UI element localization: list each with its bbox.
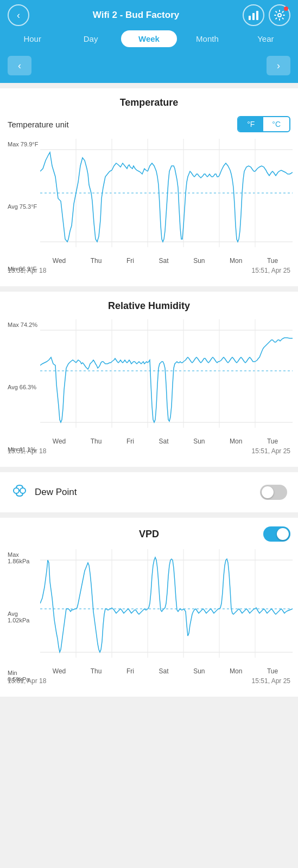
vpd-day-5: Mon — [230, 667, 242, 675]
hum-svg-wrap — [40, 319, 290, 435]
vpd-day-2: Fri — [126, 667, 134, 675]
temp-max-label: Max 79.9°F — [8, 141, 40, 147]
tab-bar: Hour Day Week Month Year — [0, 30, 298, 53]
nav-row: ‹ › — [0, 53, 298, 83]
temperature-title: Temperature — [8, 97, 290, 108]
vpd-date-end: 15:51, Apr 25 — [252, 677, 290, 685]
temp-y-labels: Max 79.9°F Avg 75.3°F Min 66.9°F — [8, 139, 40, 274]
temperature-card: Temperature Temperature unit °F °C Max 7… — [0, 88, 298, 286]
back-button[interactable]: ‹ — [8, 4, 29, 26]
temp-date-end: 15:51, Apr 25 — [252, 267, 290, 274]
svg-point-22 — [14, 488, 19, 493]
header-icon-group — [243, 4, 290, 26]
hum-day-5: Mon — [230, 438, 242, 445]
temp-day-6: Tue — [267, 257, 278, 265]
humidity-card: Relative Humidity Max 74.2% Avg 66.3% Mi… — [0, 292, 298, 467]
hum-day-2: Fri — [126, 438, 134, 445]
dew-point-toggle-knob — [262, 486, 274, 498]
vpd-day-6: Tue — [267, 667, 278, 675]
svg-rect-0 — [249, 16, 251, 20]
temp-day-3: Sat — [159, 257, 169, 265]
temp-day-labels: Wed Thu Fri Sat Sun Mon Tue — [40, 257, 290, 265]
temperature-chart: Max 79.9°F Avg 75.3°F Min 66.9°F — [8, 139, 290, 274]
unit-row: Temperature unit °F °C — [8, 116, 290, 132]
hum-day-6: Tue — [267, 438, 278, 445]
vpd-day-labels: Wed Thu Fri Sat Sun Mon Tue — [40, 667, 290, 675]
vpd-day-3: Sat — [159, 667, 169, 675]
header-title: Wifi 2 - Bud Factory — [93, 10, 179, 21]
vpd-card: VPD Max 1.86kPa Avg 1.02kPa Min 0.59kPa — [0, 518, 298, 697]
vpd-y-labels: Max 1.86kPa Avg 1.02kPa Min 0.59kPa — [8, 549, 40, 685]
notification-badge — [284, 7, 288, 11]
vpd-date-row: 15:51, Apr 18 15:51, Apr 25 — [8, 677, 290, 685]
hum-day-0: Wed — [53, 438, 66, 445]
temp-avg-label: Avg 75.3°F — [8, 203, 40, 210]
vpd-toggle[interactable] — [263, 526, 290, 542]
temp-min-label: Min 66.9°F — [8, 266, 40, 272]
hum-min-label: Min 41.1% — [8, 446, 40, 453]
unit-c-button[interactable]: °C — [263, 117, 289, 131]
svg-rect-1 — [252, 13, 255, 20]
tab-day[interactable]: Day — [62, 30, 118, 47]
vpd-toggle-knob — [277, 528, 289, 540]
hum-max-label: Max 74.2% — [8, 322, 40, 328]
temp-day-0: Wed — [53, 257, 66, 265]
temp-date-row: 15:51, Apr 18 15:51, Apr 25 — [8, 267, 290, 274]
hum-date-row: 15:51, Apr 18 15:51, Apr 25 — [8, 447, 290, 455]
humidity-chart: Max 74.2% Avg 66.3% Min 41.1% — [8, 319, 290, 455]
tab-hour[interactable]: Hour — [4, 30, 60, 47]
tab-year[interactable]: Year — [238, 30, 294, 47]
hum-date-end: 15:51, Apr 25 — [252, 447, 290, 455]
tab-week[interactable]: Week — [121, 30, 177, 47]
header: ‹ Wifi 2 - Bud Factory — [0, 0, 298, 30]
vpd-title: VPD — [78, 529, 220, 540]
vpd-min-label: Min 0.59kPa — [8, 670, 40, 683]
svg-rect-2 — [256, 11, 258, 20]
temp-svg-wrap — [40, 139, 290, 255]
vpd-svg-wrap — [40, 549, 290, 665]
vpd-day-1: Thu — [91, 667, 102, 675]
vpd-avg-label: Avg 1.02kPa — [8, 610, 40, 623]
humidity-title: Relative Humidity — [8, 300, 290, 312]
dew-point-label: Dew Point — [35, 487, 77, 498]
vpd-day-4: Sun — [193, 667, 205, 675]
vpd-max-label: Max 1.86kPa — [8, 551, 40, 564]
temp-day-2: Fri — [126, 257, 134, 265]
vpd-day-0: Wed — [53, 667, 66, 675]
tab-month[interactable]: Month — [179, 30, 235, 47]
svg-point-23 — [20, 488, 26, 493]
unit-label: Temperature unit — [8, 120, 69, 129]
hum-day-4: Sun — [193, 438, 205, 445]
hum-avg-label: Avg 66.3% — [8, 384, 40, 390]
vpd-chart: Max 1.86kPa Avg 1.02kPa Min 0.59kPa — [8, 549, 290, 685]
hum-y-labels: Max 74.2% Avg 66.3% Min 41.1% — [8, 319, 40, 455]
dew-point-row: Dew Point — [0, 472, 298, 512]
dew-point-toggle[interactable] — [260, 485, 287, 500]
hum-day-1: Thu — [91, 438, 102, 445]
hum-day-3: Sat — [159, 438, 169, 445]
next-button[interactable]: › — [267, 56, 290, 75]
svg-point-3 — [278, 14, 281, 17]
hum-day-labels: Wed Thu Fri Sat Sun Mon Tue — [40, 438, 290, 445]
settings-icon-button[interactable] — [269, 4, 290, 26]
temp-day-5: Mon — [230, 257, 242, 265]
dew-icon-label: Dew Point — [11, 482, 77, 503]
unit-toggle[interactable]: °F °C — [237, 116, 290, 132]
chart-icon-button[interactable] — [243, 4, 264, 26]
temp-day-1: Thu — [91, 257, 102, 265]
dew-point-icon — [11, 482, 28, 503]
unit-f-button[interactable]: °F — [238, 117, 263, 131]
temp-day-4: Sun — [193, 257, 205, 265]
prev-button[interactable]: ‹ — [8, 56, 31, 75]
